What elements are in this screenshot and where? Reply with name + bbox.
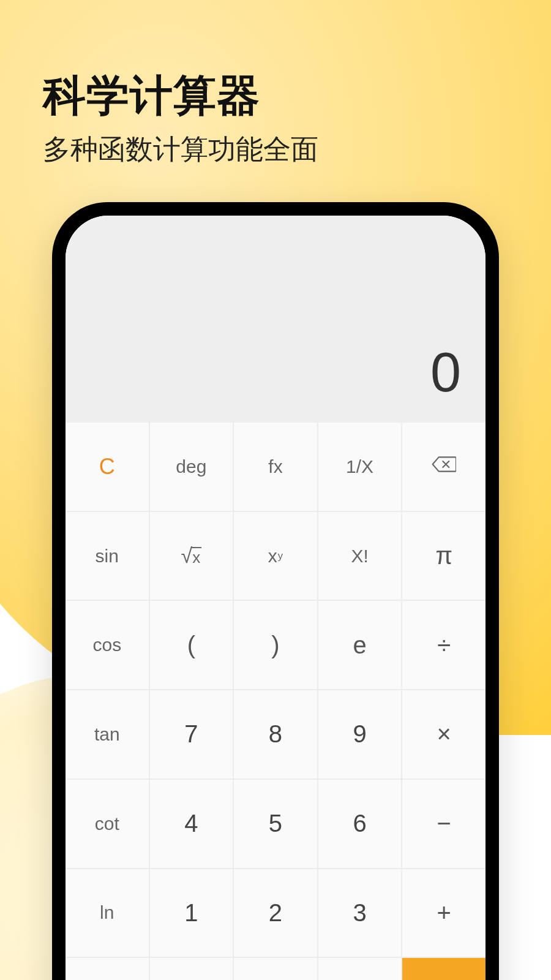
power-exp: y (278, 550, 283, 562)
key-reciprocal[interactable]: 1/X (318, 423, 402, 511)
key-percent[interactable]: % (150, 958, 233, 980)
display-value: 0 (430, 341, 461, 404)
key-cot[interactable]: cot (66, 780, 149, 868)
key-0[interactable]: 0 (234, 958, 317, 980)
backspace-icon (432, 454, 456, 478)
key-multiply[interactable]: × (402, 690, 485, 778)
calculator-keypad: C deg fx 1/X sin √x xy X! π (66, 423, 485, 980)
key-decimal[interactable]: . (318, 958, 402, 980)
key-clear[interactable]: C (66, 423, 149, 511)
power-base: x (268, 546, 277, 567)
phone-screen: 0 C deg fx 1/X sin √x xy (66, 216, 485, 980)
sqrt-icon: √x (181, 544, 202, 568)
key-sqrt[interactable]: √x (150, 512, 233, 600)
key-paren-close[interactable]: ) (234, 601, 317, 689)
app-promo-canvas: 科学计算器 多种函数计算功能全面 0 C deg fx 1/X sin (0, 0, 551, 980)
key-equals[interactable]: = (402, 958, 485, 980)
key-tan[interactable]: tan (66, 690, 149, 778)
key-sin[interactable]: sin (66, 512, 149, 600)
key-e[interactable]: e (318, 601, 402, 689)
key-4[interactable]: 4 (150, 780, 233, 868)
key-6[interactable]: 6 (318, 780, 402, 868)
key-power[interactable]: xy (234, 512, 317, 600)
key-1[interactable]: 1 (150, 869, 233, 957)
key-ln[interactable]: ln (66, 869, 149, 957)
key-fx[interactable]: fx (234, 423, 317, 511)
promo-subtitle: 多种函数计算功能全面 (43, 131, 318, 168)
phone-mockup: 0 C deg fx 1/X sin √x xy (52, 202, 499, 980)
key-paren-open[interactable]: ( (150, 601, 233, 689)
key-factorial[interactable]: X! (318, 512, 402, 600)
key-7[interactable]: 7 (150, 690, 233, 778)
promo-title: 科学计算器 (43, 67, 318, 125)
key-plus[interactable]: + (402, 869, 485, 957)
key-3[interactable]: 3 (318, 869, 402, 957)
key-divide[interactable]: ÷ (402, 601, 485, 689)
key-backspace[interactable] (402, 423, 485, 511)
key-2[interactable]: 2 (234, 869, 317, 957)
key-minus[interactable]: − (402, 780, 485, 868)
key-deg[interactable]: deg (150, 423, 233, 511)
key-8[interactable]: 8 (234, 690, 317, 778)
calculator-display: 0 (66, 216, 485, 423)
key-pi[interactable]: π (402, 512, 485, 600)
key-log[interactable]: log (66, 958, 149, 980)
key-5[interactable]: 5 (234, 780, 317, 868)
key-9[interactable]: 9 (318, 690, 402, 778)
key-cos[interactable]: cos (66, 601, 149, 689)
promo-header: 科学计算器 多种函数计算功能全面 (43, 67, 318, 168)
